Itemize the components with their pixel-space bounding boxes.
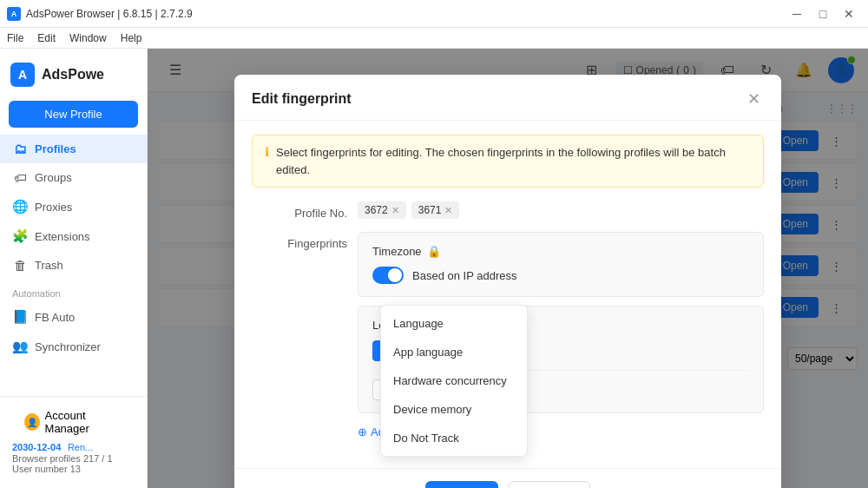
automation-section-label: Automation — [0, 280, 147, 302]
sidebar-item-trash-label: Trash — [35, 259, 63, 272]
tag-value-3672: 3672 — [365, 204, 388, 216]
browser-profiles-value: 217 / 1 — [83, 453, 113, 464]
info-icon: ℹ — [265, 145, 269, 159]
dropdown-item-language[interactable]: Language — [381, 309, 527, 338]
account-date-value: 2030-12-04 — [12, 442, 61, 452]
plus-icon: ⊕ — [358, 425, 367, 439]
minimize-button[interactable]: ─ — [785, 3, 809, 24]
titlebar-left: A AdsPower Browser | 6.8.15 | 2.7.2.9 — [7, 7, 193, 21]
profile-no-row: Profile No. 3672 ✕ 3671 ✕ — [252, 201, 764, 220]
dialog-title: Edit fingerprint — [252, 91, 352, 107]
sidebar-logo-icon: A — [10, 63, 35, 87]
tag-remove-3672[interactable]: ✕ — [391, 205, 399, 216]
groups-icon: 🏷 — [12, 170, 28, 185]
timezone-toggle-row: Based on IP address — [372, 267, 749, 284]
sidebar-item-fb-auto[interactable]: 📘 FB Auto — [0, 302, 147, 332]
app-body: A AdsPowe New Profile 🗂 Profiles 🏷 Group… — [0, 49, 868, 488]
sidebar-item-synchronizer-label: Synchronizer — [35, 340, 101, 353]
fingerprints-label: Fingerprints — [252, 232, 347, 250]
sidebar-item-groups-label: Groups — [35, 171, 72, 184]
synchronizer-icon: 👥 — [12, 339, 28, 354]
tag-value-3671: 3671 — [418, 204, 442, 216]
window-controls: ─ □ ✕ — [785, 3, 861, 24]
dialog-close-button[interactable]: ✕ — [743, 89, 764, 109]
profile-no-label: Profile No. — [252, 201, 347, 220]
account-manager-label: Account Manager — [45, 409, 122, 435]
timezone-info-icon: 🔒 — [427, 245, 441, 258]
dropdown-item-device-memory[interactable]: Device memory — [381, 395, 527, 424]
sidebar-brand-text: AdsPowe — [42, 67, 104, 82]
new-profile-button[interactable]: New Profile — [9, 101, 138, 128]
info-text: Select fingerprints for editing. The cho… — [276, 144, 751, 178]
sidebar-item-synchronizer[interactable]: 👥 Synchronizer — [0, 332, 147, 361]
sidebar-bottom: 👤 Account Manager 2030-12-04 Ren... Brow… — [0, 396, 147, 481]
dropdown-item-do-not-track[interactable]: Do Not Track — [381, 424, 527, 452]
menu-help[interactable]: Help — [121, 32, 142, 44]
menu-file[interactable]: File — [7, 32, 23, 44]
sidebar-item-profiles-label: Profiles — [35, 142, 76, 155]
browser-profiles-info: Browser profiles 217 / 1 — [12, 453, 135, 464]
sidebar-item-proxies[interactable]: 🌐 Proxies — [0, 192, 147, 221]
menu-window[interactable]: Window — [69, 32, 107, 44]
timezone-toggle-label: Based on IP address — [412, 269, 516, 282]
sidebar-item-extensions-label: Extensions — [35, 230, 90, 243]
sidebar-item-extensions[interactable]: 🧩 Extensions — [0, 221, 147, 251]
profile-tag-3672: 3672 ✕ — [358, 201, 406, 219]
fingerprint-dropdown-menu: Language App language Hardware concurren… — [380, 305, 528, 457]
dropdown-item-hardware-concurrency[interactable]: Hardware concurrency — [381, 366, 527, 395]
timezone-toggle[interactable] — [372, 267, 404, 284]
main-content: ☰ ⊞ ☐ Opened (0) 🏷 ↻ 🔔 👤 A — [148, 49, 868, 488]
dialog-header: Edit fingerprint ✕ — [234, 75, 781, 121]
dialog-footer: OK Cancel — [234, 468, 781, 488]
maximize-button[interactable]: □ — [811, 3, 835, 24]
timezone-section-title: Timezone 🔒 — [372, 245, 749, 258]
close-button[interactable]: ✕ — [837, 3, 861, 24]
extensions-icon: 🧩 — [12, 228, 28, 244]
profile-tags: 3672 ✕ 3671 ✕ — [358, 201, 764, 219]
titlebar: A AdsPower Browser | 6.8.15 | 2.7.2.9 ─ … — [0, 0, 868, 28]
tag-remove-3671[interactable]: ✕ — [444, 205, 452, 216]
account-date: 2030-12-04 Ren... — [12, 440, 135, 453]
app-logo-icon: A — [7, 7, 21, 21]
profile-tag-3671: 3671 ✕ — [411, 201, 460, 219]
menubar: File Edit Window Help — [0, 28, 868, 49]
sidebar-item-fb-auto-label: FB Auto — [35, 311, 75, 324]
profile-no-content: 3672 ✕ 3671 ✕ — [358, 201, 764, 219]
sidebar-item-groups[interactable]: 🏷 Groups — [0, 163, 147, 192]
menu-edit[interactable]: Edit — [37, 32, 56, 44]
trash-icon: 🗑 — [12, 258, 28, 273]
ok-button[interactable]: OK — [425, 481, 498, 488]
user-number-label: User number — [12, 464, 68, 474]
account-renew[interactable]: Ren... — [68, 442, 93, 452]
user-number-value: 13 — [70, 464, 81, 474]
sidebar-item-profiles[interactable]: 🗂 Profiles — [0, 135, 147, 163]
titlebar-title: AdsPower Browser | 6.8.15 | 2.7.2.9 — [26, 8, 193, 20]
toggle-thumb — [388, 268, 402, 282]
user-number-info: User number 13 — [12, 464, 135, 474]
account-manager[interactable]: 👤 Account Manager — [12, 404, 135, 440]
browser-profiles-label: Browser profiles — [12, 453, 81, 464]
cancel-button[interactable]: Cancel — [509, 481, 590, 488]
timezone-section: Timezone 🔒 Based on IP address — [358, 232, 764, 297]
profiles-icon: 🗂 — [12, 142, 28, 156]
proxies-icon: 🌐 — [12, 199, 28, 214]
sidebar-brand-area: A AdsPowe — [0, 56, 147, 97]
info-banner: ℹ Select fingerprints for editing. The c… — [252, 135, 764, 188]
dropdown-item-app-language[interactable]: App language — [381, 338, 527, 366]
sidebar: A AdsPowe New Profile 🗂 Profiles 🏷 Group… — [0, 49, 148, 488]
fb-auto-icon: 📘 — [12, 309, 28, 325]
sidebar-item-proxies-label: Proxies — [35, 201, 72, 214]
sidebar-item-trash[interactable]: 🗑 Trash — [0, 251, 147, 280]
account-manager-icon: 👤 — [24, 413, 40, 431]
